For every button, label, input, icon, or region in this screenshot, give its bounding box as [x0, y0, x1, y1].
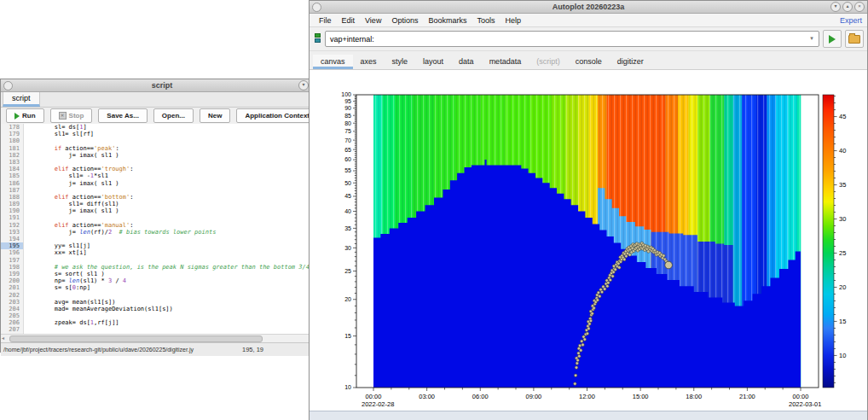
line-number: 205	[1, 312, 24, 319]
code-line[interactable]: 206 zpeak= ds[1,rf[j]]	[1, 319, 323, 326]
code-line[interactable]: 189 sl1= diff(sl1)	[1, 201, 323, 207]
spectrogram-plot[interactable]: 1015202530354045505560657075808590951000…	[310, 70, 867, 411]
code-line[interactable]: 186 j= imax( sl1 )	[1, 180, 323, 187]
autoplot-titlebar[interactable]: Autoplot 20260223a ▾ ▴ ×	[310, 1, 867, 14]
menu-edit[interactable]: Edit	[337, 16, 361, 25]
menu-tools[interactable]: Tools	[472, 16, 500, 25]
code-line[interactable]: 180	[1, 137, 323, 144]
line-number: 184	[1, 166, 24, 172]
code-text	[24, 312, 26, 319]
code-line[interactable]: 202	[1, 292, 323, 299]
expert-mode-label[interactable]: Expert	[840, 16, 862, 25]
code-line[interactable]: 195 yy= sl1[j]	[1, 242, 323, 249]
scroll-left-arrow-icon[interactable]: ◂	[2, 335, 4, 341]
window-close-button[interactable]: ×	[854, 2, 865, 12]
autoplot-status-strip	[310, 411, 867, 420]
code-line[interactable]: 183	[1, 159, 323, 166]
line-number: 187	[1, 187, 24, 194]
code-line[interactable]: 182 j= imax( sl1 )	[1, 152, 323, 159]
code-line[interactable]: 190 j= imax( sl1 )	[1, 207, 323, 214]
stop-button[interactable]: ✕ Stop	[50, 108, 93, 123]
code-line[interactable]: 187	[1, 187, 323, 194]
code-line[interactable]: 201 s= s[0:np]	[1, 284, 323, 291]
save-as-button[interactable]: Save As...	[98, 108, 148, 123]
script-window: script ▾ ▴ script Run ✕ Stop Save As... …	[0, 79, 324, 353]
svg-text:03:00: 03:00	[419, 393, 435, 400]
tab-style[interactable]: style	[385, 55, 416, 69]
line-number: 201	[1, 284, 24, 291]
code-line[interactable]: 198 # we ask the question, is the peak N…	[1, 264, 323, 271]
scrollbar-thumb[interactable]	[9, 335, 263, 342]
menu-help[interactable]: Help	[500, 16, 526, 25]
tab-axes[interactable]: axes	[353, 55, 385, 69]
code-line[interactable]: 196 xx= xt[i]	[1, 249, 323, 256]
code-line[interactable]: 204 mad= meanAverageDeviation(sl1[s])	[1, 306, 323, 312]
code-line[interactable]: 188 elif action=='bottom':	[1, 194, 323, 201]
code-line[interactable]: 197	[1, 257, 323, 264]
code-line[interactable]: 193 j= len(rf)/2 # bias towards lower po…	[1, 229, 323, 236]
line-number: 199	[1, 271, 24, 277]
code-text: elif action=='bottom':	[24, 194, 133, 201]
line-number: 186	[1, 180, 24, 187]
svg-text:100: 100	[341, 91, 351, 97]
window-shade-button[interactable]: ▾	[298, 80, 309, 90]
code-line[interactable]: 178 sl= ds[1]	[1, 124, 323, 131]
open-button[interactable]: Open...	[153, 108, 194, 123]
code-line[interactable]: 185 sl1= -1*sl1	[1, 172, 323, 179]
window-maximize-button[interactable]: ▴	[842, 2, 853, 12]
svg-text:45: 45	[344, 193, 351, 199]
menu-view[interactable]: View	[360, 16, 386, 25]
new-button[interactable]: New	[200, 108, 230, 123]
tab-data[interactable]: data	[451, 55, 482, 69]
scatter-end-marker[interactable]	[665, 261, 673, 269]
tab-metadata[interactable]: metadata	[482, 55, 529, 69]
code-line[interactable]: 203 avg= mean(sl1[s])	[1, 299, 323, 306]
code-line[interactable]: 199 s= sort( sl1 )	[1, 271, 323, 277]
window-shade-button[interactable]: ▾	[830, 2, 841, 12]
line-number: 188	[1, 194, 24, 201]
plot-canvas-area[interactable]: 1015202530354045505560657075808590951000…	[310, 70, 867, 411]
code-text	[24, 187, 26, 194]
tab-script: (script)	[529, 55, 568, 69]
tab-digitizer[interactable]: digitizer	[610, 55, 651, 69]
code-line[interactable]: 192 elif action=='manual':	[1, 222, 323, 229]
line-number: 194	[1, 236, 24, 242]
code-text: sl= ds[1]	[24, 124, 87, 131]
tab-script[interactable]: script	[3, 91, 40, 107]
code-line[interactable]: 207	[1, 326, 323, 333]
tab-console[interactable]: console	[568, 55, 610, 69]
svg-text:15: 15	[839, 318, 846, 325]
code-line[interactable]: 194	[1, 236, 323, 242]
open-file-button[interactable]	[845, 30, 864, 48]
code-editor[interactable]: 178 sl= ds[1]179 sl1= sl[rf]180181 if ac…	[1, 124, 323, 334]
line-number: 204	[1, 306, 24, 312]
uri-input[interactable]: vap+internal: ▾	[325, 31, 819, 47]
svg-text:85: 85	[344, 113, 351, 119]
application-context-button[interactable]: Application Context	[236, 108, 318, 123]
run-button[interactable]: Run	[6, 108, 44, 123]
code-line[interactable]: 200 np= len(sl1) * 3 / 4	[1, 277, 323, 284]
go-button[interactable]	[823, 30, 842, 48]
horizontal-scrollbar[interactable]: ◂	[1, 334, 323, 342]
code-text: j= imax( sl1 )	[24, 180, 119, 187]
tab-layout[interactable]: layout	[415, 55, 451, 69]
code-text: sl1= -1*sl1	[24, 172, 108, 179]
code-text: elif action=='manual':	[24, 222, 133, 229]
code-text: j= len(rf)/2 # bias towards lower points	[24, 229, 216, 236]
open-label: Open...	[162, 112, 185, 120]
tab-canvas[interactable]: canvas	[313, 55, 353, 69]
menu-file[interactable]: File	[314, 16, 337, 25]
code-line[interactable]: 181 if action=='peak':	[1, 145, 323, 152]
chevron-down-icon[interactable]: ▾	[807, 33, 817, 44]
code-line[interactable]: 191	[1, 214, 323, 221]
svg-text:10: 10	[839, 352, 846, 359]
script-window-titlebar[interactable]: script ▾ ▴	[1, 79, 323, 92]
play-icon	[829, 35, 836, 44]
code-line[interactable]: 184 elif action=='trough':	[1, 166, 323, 172]
code-line[interactable]: 205	[1, 312, 323, 319]
play-icon	[14, 113, 20, 120]
code-line[interactable]: 179 sl1= sl[rf]	[1, 131, 323, 137]
menu-options[interactable]: Options	[386, 16, 423, 25]
save-as-label: Save As...	[107, 112, 139, 120]
menu-bookmarks[interactable]: Bookmarks	[423, 16, 472, 25]
